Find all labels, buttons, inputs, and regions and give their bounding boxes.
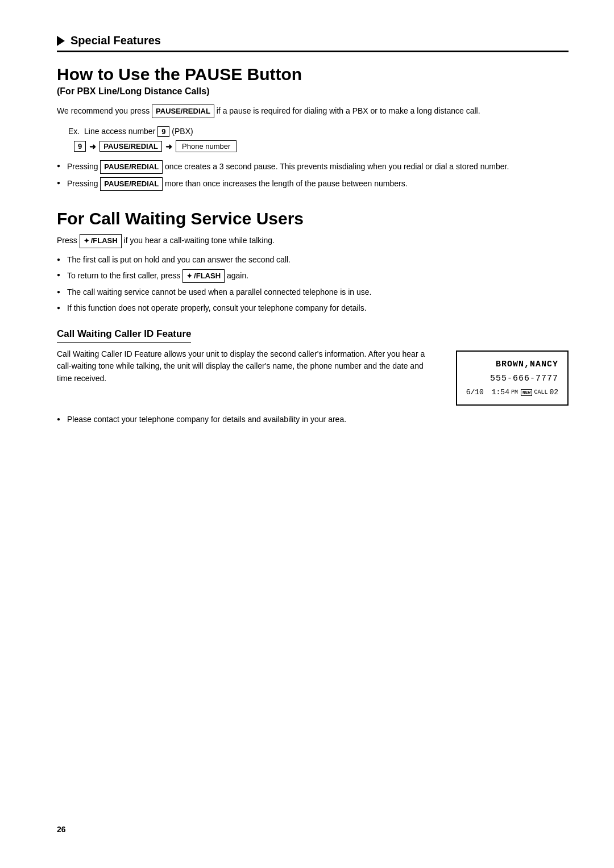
- pause-redial-key2: PAUSE/REDIAL: [100, 160, 163, 174]
- display-date: 6/10: [466, 386, 484, 399]
- caller-id-title: Call Waiting Caller ID Feature: [57, 328, 191, 343]
- display-space: [486, 386, 490, 399]
- section-header-title: Special Features: [70, 34, 161, 47]
- cw-bullet1: The first call is put on hold and you ca…: [57, 254, 569, 266]
- caller-id-section: Call Waiting Caller ID Feature Call Wait…: [57, 328, 569, 426]
- pause-sub-title: (For PBX Line/Long Distance Calls): [57, 86, 569, 97]
- example-label: Ex. Line access number 9 (PBX): [68, 126, 569, 137]
- flash-icon2: ✦: [186, 271, 192, 282]
- caller-id-bullet1: Please contact your telephone company fo…: [57, 414, 569, 426]
- pause-section: How to Use the PAUSE Button (For PBX Lin…: [57, 65, 569, 191]
- pause-bullets: Pressing PAUSE/REDIAL once creates a 3 s…: [57, 160, 569, 191]
- pause-intro-text: We recommend you press PAUSE/REDIAL if a…: [57, 105, 569, 118]
- section-header: Special Features: [57, 34, 569, 52]
- flash-button2: ✦/FLASH: [182, 269, 225, 283]
- display-bottom-row: 6/10 1:54 PM NEW CALL 02: [466, 386, 558, 399]
- call-waiting-bullets: The first call is put on hold and you ca…: [57, 254, 569, 315]
- arrow-icon: [57, 36, 65, 46]
- cw-bullet2: To return to the first caller, press ✦/F…: [57, 269, 569, 283]
- flow-arrow1: ➜: [89, 142, 96, 151]
- call-waiting-section: For Call Waiting Service Users Press ✦/F…: [57, 209, 569, 425]
- display-number: 555-666-7777: [466, 372, 558, 386]
- caller-id-bullets: Please contact your telephone company fo…: [57, 414, 569, 426]
- cw-bullet4: If this function does not operate proper…: [57, 302, 569, 315]
- pause-bullet1: Pressing PAUSE/REDIAL once creates a 3 s…: [57, 160, 569, 174]
- display-name: BROWN,NANCY: [466, 357, 558, 372]
- caller-id-display: BROWN,NANCY 555-666-7777 6/10 1:54 PM NE…: [456, 350, 569, 406]
- call-waiting-intro: Press ✦/FLASH if you hear a call-waiting…: [57, 234, 569, 248]
- display-time: 1:54: [492, 386, 509, 399]
- caller-id-content: Call Waiting Caller ID Feature allows yo…: [57, 348, 569, 406]
- pause-main-title: How to Use the PAUSE Button: [57, 65, 569, 84]
- page-number: 26: [57, 825, 66, 834]
- cw-bullet3: The call waiting service cannot be used …: [57, 286, 569, 299]
- example-flow: 9 ➜ PAUSE/REDIAL ➜ Phone number: [74, 140, 569, 152]
- display-ampm: PM: [511, 387, 518, 397]
- call-waiting-title: For Call Waiting Service Users: [57, 209, 569, 228]
- pause-redial-key3: PAUSE/REDIAL: [100, 177, 163, 191]
- caller-id-text: Call Waiting Caller ID Feature allows yo…: [57, 348, 439, 391]
- flow-key-9: 9: [74, 141, 86, 152]
- display-new-badge: NEW: [521, 389, 532, 396]
- flow-pause-redial: PAUSE/REDIAL: [99, 141, 162, 152]
- example-block: Ex. Line access number 9 (PBX) 9 ➜ PAUSE…: [68, 126, 569, 152]
- flash-button: ✦/FLASH: [80, 234, 122, 248]
- display-call-label: CALL: [534, 387, 547, 397]
- display-call-number: 02: [549, 386, 558, 399]
- pause-bullet2: Pressing PAUSE/REDIAL more than once inc…: [57, 177, 569, 191]
- caller-id-description: Call Waiting Caller ID Feature allows yo…: [57, 348, 439, 385]
- flash-icon: ✦: [84, 236, 89, 247]
- pause-redial-key1: PAUSE/REDIAL: [152, 105, 214, 118]
- key-9: 9: [157, 126, 169, 137]
- phone-number-box: Phone number: [176, 140, 237, 152]
- flow-arrow2: ➜: [165, 142, 172, 151]
